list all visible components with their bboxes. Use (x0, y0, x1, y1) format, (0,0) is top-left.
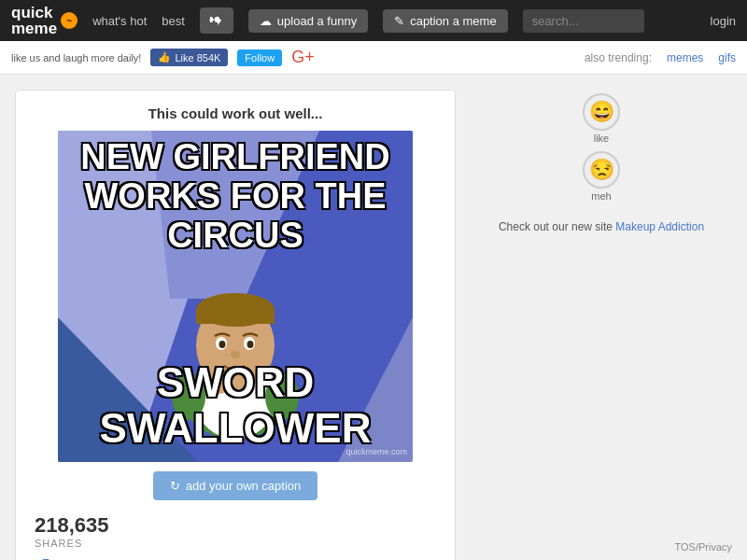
navbar: quick meme ~ what's hot best ☁ upload a … (0, 0, 747, 41)
shuffle-icon (209, 13, 224, 28)
sidebar: 😄 like 😒 meh Check out our new site Make… (471, 90, 732, 560)
shares-count: 218,635 (35, 513, 109, 538)
add-caption-label: add your own caption (186, 479, 302, 493)
logo[interactable]: quick meme ~ (11, 5, 78, 36)
upload-label: upload a funny (277, 14, 357, 28)
reaction-buttons: 😄 like 😒 meh (471, 90, 732, 202)
whats-hot-link[interactable]: what's hot (92, 14, 147, 28)
facebook-like-button[interactable]: 👍 Like 854K (150, 49, 228, 66)
search-input[interactable] (523, 9, 644, 33)
meme-bottom-text: SWORD SWALLOWER (58, 360, 413, 451)
meme-card: This could work out well... (15, 90, 456, 560)
upload-icon: ☁ (260, 14, 272, 28)
like-us-text: like us and laugh more daily! (11, 52, 141, 63)
logo-icon: ~ (61, 12, 78, 29)
google-plus-icon[interactable]: G+ (291, 48, 315, 67)
footer: TOS/Privacy (674, 541, 732, 553)
trending-gifs-link[interactable]: gifs (718, 51, 736, 64)
meme-top-text: NEW GIRLFRIEND WORKS FOR THE CIRCUS (58, 138, 413, 255)
like-reaction-button[interactable]: 😄 like (583, 93, 620, 144)
new-site-link[interactable]: Makeup Addiction (615, 220, 704, 233)
caption-button[interactable]: ✎ caption a meme (383, 9, 508, 33)
privacy-link[interactable]: Privacy (698, 541, 732, 553)
logo-meme: meme (11, 21, 57, 36)
thumbs-up-icon: 👍 (158, 51, 171, 63)
meme-title: This could work out well... (148, 105, 323, 121)
also-trending-label: also trending: (585, 51, 652, 64)
like-emoji: 😄 (583, 93, 620, 131)
shares-section: 218,635 SHARES ↗ (31, 513, 109, 560)
caption-icon: ✎ (394, 14, 404, 28)
shuffle-button[interactable] (200, 7, 233, 34)
shares-label: SHARES (35, 538, 109, 549)
caption-label: caption a meme (410, 14, 497, 28)
twitter-follow-button[interactable]: Follow (237, 49, 282, 66)
meh-label: meh (591, 190, 611, 202)
meh-emoji: 😒 (583, 151, 620, 189)
svg-rect-12 (196, 310, 275, 324)
twitter-follow-label: Follow (245, 52, 275, 63)
tos-link[interactable]: TOS (674, 541, 695, 553)
fb-like-label: Like 854K (175, 52, 220, 63)
watermark: quickmeme.com (345, 447, 407, 456)
add-caption-button[interactable]: ↻ add your own caption (153, 471, 318, 500)
meme-image: NEW GIRLFRIEND WORKS FOR THE CIRCUS SWOR… (58, 131, 413, 462)
upload-button[interactable]: ☁ upload a funny (248, 9, 368, 33)
svg-point-17 (231, 351, 240, 358)
social-bar: like us and laugh more daily! 👍 Like 854… (0, 41, 747, 75)
meh-reaction-button[interactable]: 😒 meh (583, 151, 620, 202)
content-area: This could work out well... (15, 90, 456, 560)
svg-point-16 (247, 341, 254, 348)
new-site-notice: Check out our new site Makeup Addiction (471, 213, 732, 233)
new-site-text: Check out our new site (499, 220, 615, 233)
best-link[interactable]: best (162, 14, 185, 28)
refresh-icon: ↻ (170, 479, 180, 493)
logo-quick: quick (11, 5, 57, 21)
svg-point-15 (219, 341, 226, 348)
login-link[interactable]: login (711, 14, 736, 28)
trending-memes-link[interactable]: memes (667, 51, 703, 64)
main-content: This could work out well... (0, 75, 747, 560)
like-label: like (594, 133, 610, 144)
share-arrow-icon[interactable]: ↗ (35, 553, 109, 560)
